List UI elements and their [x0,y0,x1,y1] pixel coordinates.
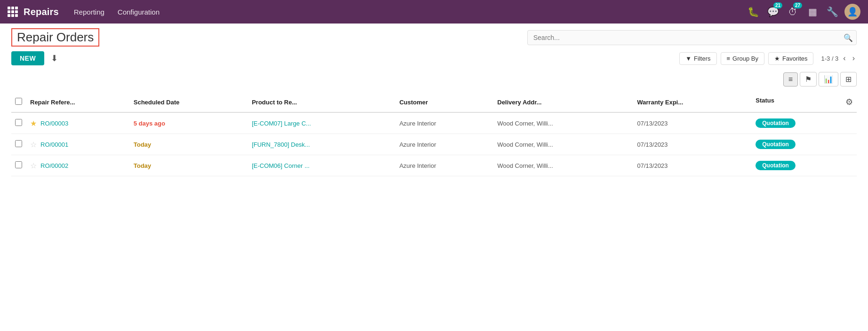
customer-cell: Azure Interior [395,112,493,134]
warranty-exp-value: 07/13/2023 [637,162,668,169]
repair-orders-table: Repair Refere... Scheduled Date Product … [11,92,857,176]
records-table-area: Repair Refere... Scheduled Date Product … [0,92,868,176]
repair-reference-cell: RO/00001 [37,134,130,155]
download-button[interactable]: ⬇ [48,51,61,65]
product-link[interactable]: [E-COM06] Corner ... [252,162,310,169]
table-row: ☆ RO/00002 Today [E-COM06] Corner ... Az… [11,155,857,176]
delivery-addr-cell: Wood Corner, Willi... [494,112,634,134]
group-by-label: Group By [732,55,758,62]
repair-reference-link[interactable]: RO/00001 [40,141,68,148]
scheduled-date-cell: Today [130,134,248,155]
col-delivery-addr: Delivery Addr... [494,92,634,112]
scheduled-date-cell: Today [130,155,248,176]
delivery-addr-cell: Wood Corner, Willi... [494,155,634,176]
page-header-row: Repair Orders 🔍 [0,24,868,48]
favorites-label: Favorites [782,55,807,62]
next-page-button[interactable]: › [851,53,857,63]
filters-button[interactable]: ▼ Filters [679,52,716,65]
product-cell: [E-COM07] Large C... [248,112,396,134]
select-all-checkbox-cell[interactable] [11,92,26,112]
pivot-view-button[interactable]: ⊞ [840,72,857,87]
scheduled-date-value: Today [134,141,151,148]
favorites-icon: ★ [774,55,780,62]
page-title: Repair Orders [11,28,99,47]
col-product: Product to Re... [248,92,396,112]
row-checkbox-cell[interactable] [11,134,26,155]
star-cell[interactable]: ☆ [26,134,37,155]
apps-menu-icon[interactable] [8,7,18,17]
topnav-right-section: 🐛 💬 21 ⏱ 27 ▦ 🔧 👤 [746,4,860,20]
kanban-view-button[interactable]: ⚑ [800,72,817,87]
star-icon[interactable]: ☆ [30,141,37,149]
warranty-exp-cell: 07/13/2023 [634,134,752,155]
grid-view-icon-button[interactable]: ▦ [805,4,820,19]
delivery-addr-value: Wood Corner, Willi... [498,120,553,127]
status-badge: Quotation [755,118,796,128]
warranty-exp-value: 07/13/2023 [637,141,668,148]
main-content: Repair Orders 🔍 NEW ⬇ ▼ Filters ≡ Group … [0,24,868,331]
group-by-button[interactable]: ≡ Group By [721,52,765,65]
row-checkbox-cell[interactable] [11,155,26,176]
list-view-button[interactable]: ≡ [783,72,798,87]
col-warranty-exp: Warranty Expi... [634,92,752,112]
repair-reference-link[interactable]: RO/00003 [40,120,68,127]
pagination: 1-3 / 3 ‹ › [821,53,857,63]
product-cell: [FURN_7800] Desk... [248,134,396,155]
bug-icon-button[interactable]: 🐛 [746,4,761,19]
col-customer: Customer [395,92,493,112]
star-cell[interactable]: ★ [26,112,37,134]
new-button[interactable]: NEW [11,51,44,65]
row-checkbox[interactable] [15,119,22,126]
col-scheduled-date: Scheduled Date [130,92,248,112]
table-row: ★ RO/00003 5 days ago [E-COM07] Large C.… [11,112,857,134]
row-checkbox-cell[interactable] [11,112,26,134]
warranty-exp-value: 07/13/2023 [637,120,668,127]
star-cell[interactable]: ☆ [26,155,37,176]
user-avatar[interactable]: 👤 [844,4,860,20]
product-link[interactable]: [FURN_7800] Desk... [252,141,310,148]
brand-title[interactable]: Repairs [24,7,59,17]
status-cell: Quotation [752,134,857,155]
toolbar: NEW ⬇ ▼ Filters ≡ Group By ★ Favorites 1… [0,48,868,70]
star-icon[interactable]: ☆ [30,162,37,170]
customer-value: Azure Interior [399,120,436,127]
status-badge: Quotation [755,140,796,149]
page-title-section: Repair Orders [11,28,99,47]
select-all-checkbox[interactable] [15,98,22,105]
status-cell: Quotation [752,155,857,176]
scheduled-date-value: Today [134,162,151,169]
row-checkbox[interactable] [15,140,22,147]
customer-cell: Azure Interior [395,134,493,155]
product-link[interactable]: [E-COM07] Large C... [252,120,311,127]
table-header-row: Repair Refere... Scheduled Date Product … [11,92,857,112]
table-row: ☆ RO/00001 Today [FURN_7800] Desk... Azu… [11,134,857,155]
nav-configuration[interactable]: Configuration [112,5,165,19]
favorites-button[interactable]: ★ Favorites [768,52,813,65]
filters-label: Filters [694,55,710,62]
clock-icon-button[interactable]: ⏱ 27 [785,4,800,19]
column-settings-button[interactable]: ⚙ [845,97,853,107]
delivery-addr-cell: Wood Corner, Willi... [494,134,634,155]
repair-reference-link[interactable]: RO/00002 [40,162,68,169]
scheduled-date-cell: 5 days ago [130,112,248,134]
customer-cell: Azure Interior [395,155,493,176]
search-button[interactable]: 🔍 [844,33,853,42]
repair-reference-cell: RO/00002 [37,155,130,176]
row-checkbox[interactable] [15,161,22,168]
tools-icon-button[interactable]: 🔧 [825,4,840,19]
star-icon[interactable]: ★ [30,119,37,127]
prev-page-button[interactable]: ‹ [841,53,847,63]
col-status: Status ⚙ [752,92,857,112]
chat-icon-button[interactable]: 💬 21 [765,4,780,19]
view-icons-row: ≡ ⚑ 📊 ⊞ [0,70,868,92]
nav-menu: Reporting Configuration [68,5,744,19]
customer-value: Azure Interior [399,162,436,169]
col-reference: Repair Refere... [26,92,130,112]
top-navigation: Repairs Reporting Configuration 🐛 💬 21 ⏱… [0,0,868,24]
clock-badge: 27 [793,2,802,8]
warranty-exp-cell: 07/13/2023 [634,155,752,176]
graph-view-button[interactable]: 📊 [819,72,838,87]
nav-reporting[interactable]: Reporting [68,5,110,19]
repair-reference-cell: RO/00003 [37,112,130,134]
search-input[interactable] [527,30,857,45]
